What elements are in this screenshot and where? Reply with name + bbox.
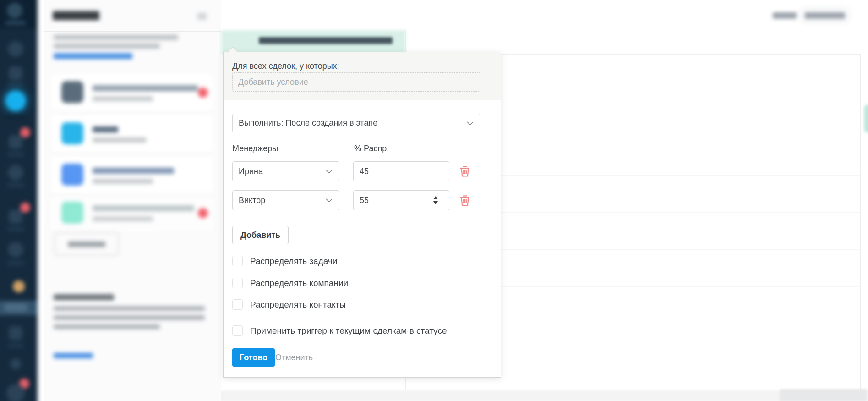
trigger-event-select[interactable]: Выполнить: После создания в этапе: [232, 114, 480, 132]
sidebar-item-label: [8, 344, 23, 347]
sidebar-item-label: [7, 261, 24, 265]
apply-trigger-checkbox[interactable]: [232, 325, 243, 336]
chevron-down-icon: [326, 170, 333, 174]
back-button[interactable]: [773, 12, 797, 19]
trigger-event-value: Выполнить: После создания в этапе: [239, 118, 377, 128]
condition-input[interactable]: [232, 72, 480, 92]
panel-divider: [44, 31, 221, 32]
delete-row-button[interactable]: [459, 194, 471, 208]
distribute-tasks-row[interactable]: Распределять задачи: [232, 256, 337, 266]
sidebar-item-icon[interactable]: [6, 384, 25, 401]
chevron-down-icon: [467, 121, 474, 126]
widget-title: [93, 205, 194, 211]
avatar[interactable]: [7, 3, 22, 18]
panel-info-line: [54, 44, 160, 49]
manager-select-value: Виктор: [239, 196, 265, 205]
modal-condition-section: Для всех сделок, у которых:: [224, 52, 501, 100]
delete-row-button[interactable]: [459, 165, 471, 178]
apply-trigger-row[interactable]: Применить триггер к текущим сделкам в ст…: [232, 325, 447, 336]
stepper-up-icon[interactable]: [433, 196, 438, 199]
sidebar-account-label: [5, 21, 26, 25]
widget-title: [93, 126, 118, 132]
widget-subtitle: [93, 137, 147, 143]
panel-title: [53, 11, 99, 20]
checkbox-label: Распределять задачи: [250, 256, 337, 266]
panel-footer-line: [54, 315, 205, 320]
widget-subtitle: [93, 216, 153, 221]
sidebar-item-icon[interactable]: [9, 135, 22, 149]
manager-select-value: Ирина: [239, 167, 263, 176]
manager-select[interactable]: Виктор: [232, 190, 339, 210]
sidebar-item-icon[interactable]: [10, 358, 21, 369]
sidebar-item-icon[interactable]: [9, 210, 22, 224]
sidebar-item-icon[interactable]: [8, 242, 23, 258]
widgets-panel: [44, 0, 221, 401]
widget-icon: [61, 122, 83, 144]
checkbox-label: Распределять компании: [250, 278, 348, 288]
widget-card[interactable]: [50, 115, 213, 152]
stage-notice-text: [259, 37, 393, 44]
panel-footer-line: [54, 324, 160, 329]
widget-title: [93, 168, 174, 174]
menu-icon[interactable]: [197, 13, 207, 15]
sidebar-item-icon[interactable]: [9, 66, 22, 80]
widget-card-disabled[interactable]: [50, 197, 213, 231]
panel-footer-link[interactable]: [54, 353, 93, 358]
widget-card[interactable]: [50, 157, 213, 193]
widget-subtitle: [93, 179, 153, 184]
panel-info-link[interactable]: [54, 53, 132, 59]
widget-icon: [61, 81, 83, 103]
cancel-button[interactable]: Отменить: [275, 353, 313, 363]
trigger-settings-modal: Для всех сделок, у которых: Выполнить: П…: [223, 52, 501, 378]
widget-subtitle: [93, 96, 153, 101]
chevron-down-icon: [326, 198, 333, 203]
widget-icon: [61, 164, 83, 186]
bottom-bar: [192, 390, 868, 401]
stage-notice-bar: [221, 30, 405, 54]
sidebar-item-label: [7, 82, 24, 86]
right-edge-widget[interactable]: [864, 104, 868, 133]
save-button[interactable]: [805, 12, 845, 19]
distribute-contacts-row[interactable]: Распределять контакты: [232, 299, 346, 310]
sidebar-item-icon[interactable]: [8, 41, 23, 57]
sidebar-item-label: [7, 227, 24, 231]
sidebar-item-icon[interactable]: [9, 326, 22, 340]
percent-input[interactable]: [353, 161, 449, 181]
widget-title: [93, 85, 198, 91]
notification-badge: [20, 127, 30, 137]
add-manager-button[interactable]: Добавить: [232, 226, 289, 244]
sidebar-item-icon[interactable]: [8, 165, 23, 181]
distribute-contacts-checkbox[interactable]: [232, 299, 243, 310]
managers-column-label: Менеджеры: [232, 144, 278, 154]
sidebar-item-label: [7, 153, 24, 156]
checkbox-label: Применить триггер к текущим сделкам в ст…: [250, 326, 447, 336]
panel-footer-line: [54, 306, 205, 311]
notification-badge-orange: [13, 280, 25, 292]
delete-widget-icon[interactable]: [198, 208, 208, 218]
distribute-companies-checkbox[interactable]: [232, 278, 243, 288]
delete-widget-icon[interactable]: [198, 88, 208, 98]
number-stepper[interactable]: [433, 196, 439, 204]
done-button[interactable]: Готово: [232, 348, 275, 367]
trash-icon: [459, 194, 471, 207]
distribute-companies-row[interactable]: Распределять компании: [232, 278, 348, 288]
app-window: Для всех сделок, у которых: Выполнить: П…: [0, 0, 868, 401]
panel-footer-title: [54, 294, 114, 300]
distribute-tasks-checkbox[interactable]: [232, 256, 243, 266]
trash-icon: [459, 165, 471, 177]
bottom-right-panel[interactable]: [780, 389, 867, 401]
sidebar-item-label: [7, 183, 24, 187]
checkbox-label: Распределять контакты: [250, 300, 346, 310]
widget-card[interactable]: [50, 74, 213, 111]
kanban-column-divider: [860, 54, 861, 390]
stepper-down-icon[interactable]: [433, 201, 438, 204]
percent-column-label: % Распр.: [354, 144, 389, 154]
sidebar-item-icon: [4, 303, 27, 312]
panel-action-button[interactable]: [54, 232, 119, 256]
nav-sidebar: [0, 0, 38, 401]
panel-info-line: [54, 35, 178, 40]
condition-label: Для всех сделок, у которых:: [232, 61, 339, 71]
manager-select[interactable]: Ирина: [232, 161, 339, 181]
sidebar-item-active-icon[interactable]: [5, 91, 26, 111]
widget-icon: [61, 202, 83, 224]
